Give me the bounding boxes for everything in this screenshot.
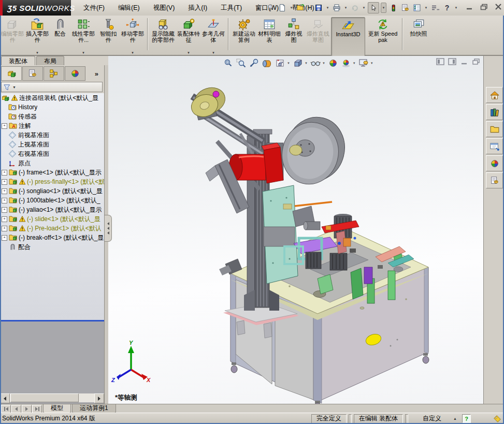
tree-item-right-plane[interactable]: 右视基准面 bbox=[0, 149, 104, 158]
document-minimize-icon[interactable] bbox=[460, 58, 468, 65]
expand-toggle[interactable] bbox=[2, 188, 7, 194]
appearances-scenes-tab[interactable] bbox=[486, 155, 503, 171]
tab-layout[interactable]: 布局 bbox=[36, 56, 64, 65]
tree-item-press-finally[interactable]: (-) press-finally<1> (默认<默 bbox=[0, 177, 104, 186]
undo-dropdown[interactable]: ▼ bbox=[362, 6, 366, 9]
print-dropdown[interactable]: ▼ bbox=[343, 6, 348, 9]
previous-tab-button[interactable] bbox=[11, 405, 21, 413]
print-icon[interactable] bbox=[332, 3, 342, 13]
save-icon[interactable] bbox=[313, 3, 324, 13]
bill-of-materials-button[interactable]: 材料明细表 bbox=[257, 17, 281, 55]
status-help-button[interactable]: ? bbox=[462, 414, 471, 423]
expand-toggle[interactable] bbox=[2, 198, 7, 203]
motion-study-tab[interactable]: 运动算例1 bbox=[72, 404, 116, 413]
zoom-to-selection-icon[interactable] bbox=[249, 59, 260, 68]
expand-toggle[interactable] bbox=[2, 235, 7, 241]
displaymanager-tab[interactable] bbox=[65, 66, 85, 81]
view-orientation-icon[interactable] bbox=[275, 59, 285, 68]
filter-dropdown-arrow[interactable]: ▼ bbox=[12, 85, 16, 89]
units-selector[interactable]: 自定义 bbox=[410, 415, 446, 423]
next-tab-button[interactable] bbox=[22, 405, 32, 413]
reference-geometry-button[interactable]: 参考几何体 ▼ bbox=[201, 17, 225, 55]
propertymanager-tab[interactable] bbox=[22, 66, 43, 81]
show-hidden-components-button[interactable]: 显示隐藏的零部件 bbox=[151, 17, 176, 55]
close-button[interactable] bbox=[493, 3, 503, 11]
main-reel-disc[interactable] bbox=[276, 111, 351, 190]
tree-item-sensors[interactable]: 传感器 bbox=[0, 112, 104, 121]
menu-tools[interactable]: 工具(T) bbox=[214, 4, 249, 12]
tree-item-annotations[interactable]: 注解 bbox=[0, 121, 104, 130]
first-tab-button[interactable] bbox=[1, 405, 11, 413]
tree-item-history[interactable]: History bbox=[0, 103, 104, 112]
minimize-button[interactable] bbox=[464, 3, 474, 11]
display-style-icon[interactable] bbox=[293, 59, 303, 68]
tree-item-songliao[interactable]: (-) songliao<1> (默认<默认_显 bbox=[0, 186, 104, 196]
apply-scene-dropdown[interactable]: ▼ bbox=[353, 62, 356, 65]
open-file-dropdown[interactable]: ▼ bbox=[307, 6, 312, 9]
dropdown-arrow[interactable]: ▼ bbox=[36, 51, 39, 54]
dropdown-arrow[interactable]: ▼ bbox=[212, 51, 215, 54]
tag-icon[interactable] bbox=[493, 414, 502, 423]
customize-icon[interactable] bbox=[430, 3, 440, 13]
menu-file[interactable]: 文件(F) bbox=[77, 4, 111, 12]
expand-toggle[interactable] bbox=[2, 123, 7, 129]
tree-item-frame[interactable]: (-) frame<1> (默认<默认_显示 bbox=[0, 168, 104, 177]
assembly-features-button[interactable]: 装配体特征 ▼ bbox=[177, 17, 200, 55]
edit-appearance-icon[interactable] bbox=[328, 59, 338, 68]
undo-icon[interactable] bbox=[350, 3, 360, 13]
view-orientation-dropdown[interactable]: ▼ bbox=[287, 62, 290, 65]
view-settings-icon[interactable] bbox=[358, 59, 369, 68]
tree-item-pre-load[interactable]: (-) Pre-load<1> (默认<默认 bbox=[0, 224, 104, 233]
tree-item-mates[interactable]: 配合 bbox=[0, 242, 104, 252]
scroll-left-button[interactable] bbox=[0, 393, 10, 403]
insert-component-button[interactable]: 插入零部件 ▼ bbox=[25, 17, 49, 55]
tree-item-break-off[interactable]: (-) break-off<1> (默认<默认_显 bbox=[0, 233, 104, 242]
scroll-thumb[interactable] bbox=[10, 393, 79, 402]
panel-overflow-chevron[interactable]: » bbox=[95, 70, 98, 78]
zoom-area-icon[interactable] bbox=[236, 59, 247, 68]
tree-item-slide[interactable]: (-) slide<1> (默认<默认_显 bbox=[0, 214, 104, 224]
new-motion-study-button[interactable]: 新建运动算例 bbox=[232, 17, 256, 55]
hide-show-items-icon[interactable] bbox=[310, 59, 321, 68]
show-left-pane-icon[interactable] bbox=[436, 58, 444, 65]
panel-splitter-handle[interactable] bbox=[105, 215, 112, 242]
menu-view[interactable]: 视图(V) bbox=[147, 4, 182, 12]
apply-scene-icon[interactable] bbox=[341, 59, 351, 68]
hide-show-dropdown[interactable]: ▼ bbox=[322, 62, 325, 65]
instant3d-button[interactable]: Instant3D bbox=[331, 17, 365, 56]
orange-rod[interactable] bbox=[295, 202, 332, 206]
expand-toggle[interactable] bbox=[2, 170, 7, 176]
view-palette-tab[interactable] bbox=[486, 138, 503, 154]
last-tab-button[interactable] bbox=[32, 405, 42, 413]
new-file-dropdown[interactable]: ▼ bbox=[289, 6, 294, 9]
smart-fasteners-button[interactable]: 智能扣件 bbox=[97, 17, 120, 55]
select-cursor-icon[interactable] bbox=[368, 2, 379, 13]
menu-insert[interactable]: 插入(I) bbox=[181, 4, 214, 12]
select-dropdown[interactable]: ▼ bbox=[381, 3, 386, 13]
options-dropdown[interactable]: ▼ bbox=[424, 6, 428, 9]
move-component-button[interactable]: 移动零部件 ▼ bbox=[121, 17, 145, 55]
tree-item-root[interactable]: 连接器组装机 (默认<默认_显 bbox=[0, 93, 104, 103]
panel-horizontal-scrollbar[interactable] bbox=[0, 393, 104, 402]
view-settings-dropdown[interactable]: ▼ bbox=[370, 62, 373, 65]
exploded-view-button[interactable]: 爆炸视图 bbox=[282, 17, 305, 55]
configurationmanager-tab[interactable] bbox=[44, 66, 64, 81]
solidworks-resources-tab[interactable] bbox=[486, 87, 503, 103]
expand-toggle[interactable] bbox=[2, 216, 7, 222]
linear-component-pattern-button[interactable]: 线性零部件... ▼ bbox=[71, 17, 96, 55]
tab-assembly[interactable]: 装配体 bbox=[1, 56, 35, 65]
take-snapshot-button[interactable]: 拍快照 bbox=[406, 17, 431, 55]
tree-item-yaliao[interactable]: (-) yaliao<1> (默认<默认_显示 bbox=[0, 205, 104, 214]
expand-toggle[interactable] bbox=[2, 226, 7, 231]
options-icon[interactable] bbox=[412, 3, 422, 13]
model-tab[interactable]: 模型 bbox=[43, 404, 71, 413]
open-file-icon[interactable] bbox=[295, 3, 306, 13]
help-icon[interactable]: ? bbox=[442, 3, 452, 13]
dropdown-arrow[interactable]: ▼ bbox=[82, 51, 85, 54]
restore-button[interactable] bbox=[479, 3, 489, 11]
zoom-fit-icon[interactable] bbox=[223, 59, 234, 68]
file-explorer-tab[interactable] bbox=[486, 121, 503, 137]
update-speedpak-button[interactable]: 更新 Speedpak bbox=[366, 17, 399, 55]
pin-icon[interactable] bbox=[265, 3, 276, 13]
help-dropdown[interactable]: ▼ bbox=[454, 6, 458, 9]
